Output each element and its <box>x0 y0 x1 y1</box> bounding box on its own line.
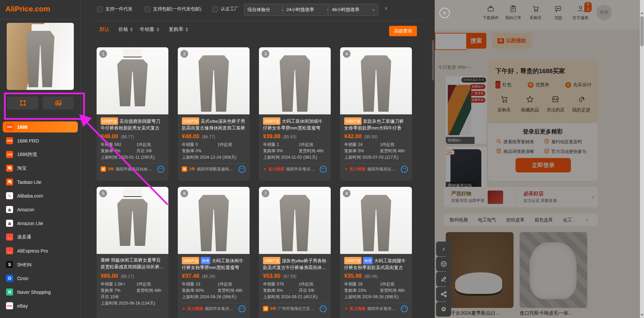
product-seller-row[interactable]: ▼实力商家揭阳市谷曼诗电子商… <box>344 303 408 314</box>
scroll-up-arrow[interactable] <box>641 12 643 14</box>
product-badge: 跨境 <box>201 257 210 264</box>
stat-cell: 发货时间 48h <box>217 287 246 294</box>
panel-scrollbar-thumb[interactable] <box>432 40 434 81</box>
sidebar-item-amazon-lite[interactable]: aAmazon Lite <box>3 218 78 229</box>
checkbox[interactable] <box>97 6 103 12</box>
seller-name[interactable]: 揭阳市揭东区新亨镇… <box>367 166 399 172</box>
sidebar-item-shein[interactable]: SSHEIN <box>3 259 78 270</box>
seller-name[interactable]: 揭阳市谷曼诗电子商… <box>367 306 399 312</box>
platform-icon: ◡ <box>6 247 13 254</box>
product-title[interactable]: 1688严选跨境大码工装阔腿牛仔裤女秋季新款美式高街复古窄… <box>344 257 408 270</box>
sidebar-item-1688[interactable]: 16881688 <box>3 121 78 132</box>
similar-chat-icon[interactable] <box>401 305 408 312</box>
scroll-down-arrow[interactable] <box>641 314 643 316</box>
share-icon[interactable] <box>436 287 451 302</box>
product-image[interactable]: 3 <box>259 47 331 114</box>
filter-checkbox-item[interactable]: 支持一件代发 <box>97 6 132 12</box>
collapse-chevron-icon[interactable]: › <box>436 242 451 256</box>
filter-dropdown[interactable]: 综合体验分∨ <box>244 4 287 16</box>
stat-cell: 复购率 60% <box>182 287 217 294</box>
platform-icon: ◡ <box>6 233 13 241</box>
sidebar-item-amazon[interactable]: aAmazon <box>3 204 78 215</box>
query-image-thumbnail[interactable] <box>7 23 74 90</box>
product-title[interactable]: 1688严选新款灰色工装镰刀裤女春季新款胖mm大码牛仔香蕉… <box>344 117 408 131</box>
product-image[interactable]: 4 <box>340 47 412 114</box>
filter-dropdown[interactable]: 48小时揽收率∨ <box>328 4 378 16</box>
sidebar-item-1688-pro[interactable]: 16881688 PRO <box>3 135 78 146</box>
product-title[interactable]: 1688严选大码工装休闲加绒牛仔裤女冬季胖mm宽松显瘦弯刀… <box>263 117 327 131</box>
sidebar-item-ozon[interactable]: OOzon <box>3 273 78 284</box>
product-seller-row[interactable]: 诚1年揭阳市唛酷嘉服饰有限公… <box>182 164 246 174</box>
product-title[interactable]: 1688严选深灰色vibe裤子男春秋款美式复古牛仔裤修身高街休… <box>263 257 327 270</box>
platform-icon: 1688 <box>6 137 13 144</box>
stat-row: 年销量 291件起批 <box>344 281 408 287</box>
settings-gear-icon[interactable]: ⚙ <box>436 302 451 317</box>
product-title[interactable]: 黄峥 韩版休闲工装裤女夏季百搭宽松垂感直筒阔腿运动长裤… <box>101 257 164 270</box>
product-card[interactable]: 8 1688严选跨境大码工装阔腿牛仔裤女秋季新款美式高街复古窄… ¥35.98 … <box>340 187 412 318</box>
filter-dropdown[interactable]: 24小时揽收率∨ <box>283 4 333 16</box>
sidebar-item-ebay[interactable]: ebayeBay <box>3 300 78 311</box>
aliprice-logo[interactable]: AliPrice.com <box>5 5 50 13</box>
stat-cell: 开店 5年 <box>299 287 327 294</box>
product-card[interactable]: 4 1688严选新款灰色工装镰刀裤女春季新款胖mm大码牛仔香蕉… ¥42.00 … <box>340 47 412 181</box>
filters-collapse-chevron-icon[interactable]: ∨ <box>384 5 388 11</box>
product-title[interactable]: 1688严选美式vibe深灰色裤子男款高街复古修身休闲直筒工装裤 <box>182 117 246 131</box>
sidebar-item-速卖通[interactable]: ◡速卖通 <box>3 231 78 243</box>
similar-chat-icon[interactable] <box>401 166 408 173</box>
product-card[interactable]: 7 1688严选深灰色vibe裤子男春秋款美式复古牛仔裤修身高街休… ¥53.8… <box>259 187 331 318</box>
feedback-smiley-icon[interactable] <box>436 257 451 271</box>
product-seller-row[interactable]: ▼实力商家揭阳市揭东区新亨镇… <box>344 164 408 174</box>
seller-name[interactable]: 揭阳市谷曼诗电子商… <box>205 306 237 312</box>
stat-row: 复购率 0%发货时间 48h <box>263 148 327 154</box>
product-image[interactable]: 6 <box>178 187 250 254</box>
platform-label: 1688 PRO <box>17 138 39 144</box>
product-image[interactable]: 2 <box>178 47 250 114</box>
sidebar-item-aliexpress-pro[interactable]: ◡AliExpress Pro <box>3 245 78 256</box>
close-overlay-icon[interactable]: ✕ <box>439 8 450 18</box>
edit-pencil-icon[interactable] <box>436 272 451 286</box>
sort-option-1[interactable]: 默认 <box>100 26 109 33</box>
similar-chat-icon[interactable] <box>238 305 246 312</box>
checkbox[interactable] <box>145 6 150 12</box>
similar-chat-icon[interactable] <box>238 166 246 173</box>
sidebar-item-taobao-lite[interactable]: 淘Taobao Lite <box>3 176 78 188</box>
sort-label: 年销量 <box>140 26 155 33</box>
sidebar-item-淘宝[interactable]: 淘淘宝 <box>3 163 78 174</box>
product-image[interactable]: 8 <box>340 187 412 254</box>
product-price-usd: ($7.59) <box>283 274 297 279</box>
product-stats: 年销量 291件起批复购率 23%发货时间 48h <box>344 281 408 294</box>
product-image[interactable]: 1 <box>97 47 168 114</box>
filter-checkbox-item[interactable]: 支持包邮(一件代发包邮) <box>145 6 201 12</box>
checkbox[interactable] <box>212 6 218 12</box>
sidebar-item-1688跨境[interactable]: 16881688跨境 <box>3 149 78 160</box>
seller-name[interactable]: 广州市海珠区兰贵服装厂 <box>278 306 318 312</box>
platform-icon: ebay <box>6 302 13 309</box>
seller-name[interactable]: 揭阳市唛酷嘉服饰有限公… <box>197 166 237 172</box>
similar-chat-icon[interactable] <box>320 305 327 312</box>
scrollbar-thumb[interactable] <box>640 16 644 46</box>
advanced-query-button[interactable]: 高级查询 <box>389 26 417 36</box>
browser-scrollbar[interactable] <box>640 0 644 318</box>
product-card[interactable]: 6 1688严选跨境大码工装休闲牛仔裤女秋季胖mm宽松显瘦弯刀… ¥37.48 … <box>178 187 250 318</box>
sort-option-3[interactable]: 年销量 <box>140 26 159 33</box>
product-seller-row[interactable]: ▼实力商家揭阳市谷曼诗电子商… <box>263 164 327 174</box>
seller-name[interactable]: 揭阳市谷曼诗电子商… <box>286 166 318 172</box>
product-seller-row[interactable]: ▼实力商家揭阳市谷曼诗电子商… <box>182 303 246 314</box>
pants-photo <box>116 59 149 106</box>
product-title[interactable]: 1688严选跨境大码工装休闲牛仔裤女秋季胖mm宽松显瘦弯刀… <box>182 257 246 270</box>
sidebar-item-alibaba.com[interactable]: ∿Alibaba.com <box>3 190 78 201</box>
product-listed-date: 上架时间 2025-07-03 (117天) <box>344 154 408 161</box>
similar-chat-icon[interactable] <box>320 166 327 173</box>
product-stats: 年销量 5781件起批复购率 9%开店 5年 <box>263 281 327 294</box>
product-card[interactable]: 2 1688严选美式vibe深灰色裤子男款高街复古修身休闲直筒工装裤 ¥48.0… <box>178 47 250 181</box>
sort-option-2[interactable]: 价格 <box>118 26 133 33</box>
product-card[interactable]: 3 1688严选大码工装休闲加绒牛仔裤女冬季胖mm宽松显瘦弯刀… ¥39.88 … <box>259 47 331 181</box>
platform-icon: 淘 <box>6 178 13 186</box>
sort-option-4[interactable]: 复购率 <box>169 26 188 33</box>
product-image[interactable]: 7 <box>259 187 331 254</box>
filter-checkbox-item[interactable]: 认证工厂 <box>212 6 239 12</box>
sidebar-item-naver-shopping[interactable]: NNaver Shopping <box>3 286 78 298</box>
product-seller-row[interactable]: 诚5年广州市海珠区兰贵服装厂 <box>263 303 327 314</box>
stat-cell: 发货时间 48h <box>299 148 327 154</box>
product-badge: 1688严选 <box>263 257 280 264</box>
